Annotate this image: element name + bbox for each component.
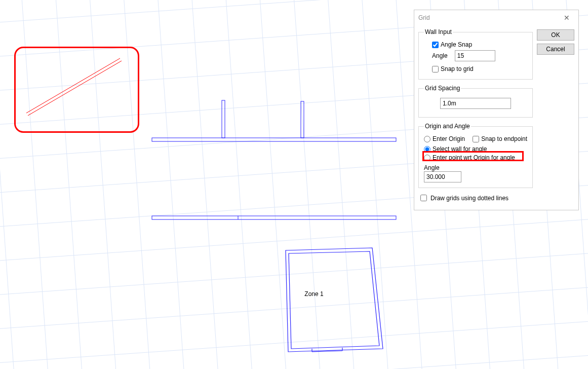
enter-point-input[interactable] — [424, 155, 430, 161]
snap-endpoint-input[interactable] — [473, 136, 479, 142]
svg-marker-7 — [286, 248, 383, 352]
origin-angle-field[interactable] — [424, 171, 461, 182]
dialog-title: Grid — [418, 14, 430, 21]
middle-wall — [152, 216, 396, 219]
angle-snap-checkbox[interactable]: Angle Snap — [432, 41, 527, 48]
upper-wall-assembly — [152, 100, 396, 141]
snap-endpoint-label: Snap to endpoint — [481, 135, 527, 142]
angle-snap-label: Angle Snap — [441, 41, 472, 48]
snap-to-grid-input[interactable] — [432, 66, 439, 72]
select-wall-radio[interactable]: Select wall for angle — [424, 145, 527, 153]
enter-origin-radio[interactable]: Enter Origin — [424, 135, 465, 142]
dotted-lines-checkbox[interactable]: Draw grids using dotted lines — [418, 193, 533, 203]
angle-snap-input[interactable] — [432, 42, 439, 48]
enter-origin-input[interactable] — [424, 136, 430, 142]
svg-rect-2 — [152, 138, 396, 141]
zone-label: Zone 1 — [304, 290, 323, 298]
select-wall-input[interactable] — [424, 146, 430, 153]
svg-rect-4 — [301, 101, 304, 138]
enter-point-radio[interactable]: Enter point wrt Origin for angle — [424, 154, 527, 161]
origin-angle-legend: Origin and Angle — [424, 123, 471, 130]
select-wall-label: Select wall for angle — [433, 145, 487, 153]
dialog-titlebar[interactable]: Grid ✕ — [414, 10, 578, 25]
cancel-button[interactable]: Cancel — [537, 44, 574, 55]
zone-1-outline — [286, 248, 383, 352]
svg-rect-3 — [222, 100, 225, 138]
grid-spacing-field[interactable] — [440, 98, 511, 109]
ok-button[interactable]: OK — [537, 29, 574, 41]
snap-to-grid-label: Snap to grid — [441, 65, 474, 72]
red-highlight-wall — [14, 47, 139, 133]
origin-angle-group: Origin and Angle Enter Origin Snap to en… — [418, 123, 533, 188]
snap-to-grid-checkbox[interactable]: Snap to grid — [432, 65, 527, 72]
svg-marker-8 — [289, 251, 379, 349]
grid-spacing-group: Grid Spacing — [418, 85, 533, 118]
wall-angle-label: Angle — [432, 52, 448, 59]
snap-endpoint-checkbox[interactable]: Snap to endpoint — [473, 135, 527, 142]
enter-point-label: Enter point wrt Origin for angle — [433, 154, 515, 161]
svg-rect-5 — [152, 216, 396, 219]
grid-spacing-legend: Grid Spacing — [424, 85, 461, 92]
wall-angle-field[interactable] — [455, 50, 495, 61]
close-icon[interactable]: ✕ — [559, 10, 574, 25]
dotted-lines-label: Draw grids using dotted lines — [430, 195, 508, 202]
grid-dialog: Grid ✕ Wall Input Angle Snap Angle Snap … — [414, 10, 579, 210]
wall-input-legend: Wall Input — [424, 28, 453, 35]
dotted-lines-input[interactable] — [420, 195, 427, 201]
enter-origin-label: Enter Origin — [433, 135, 465, 142]
wall-input-group: Wall Input Angle Snap Angle Snap to grid — [418, 28, 533, 80]
origin-angle-label: Angle — [424, 164, 527, 171]
